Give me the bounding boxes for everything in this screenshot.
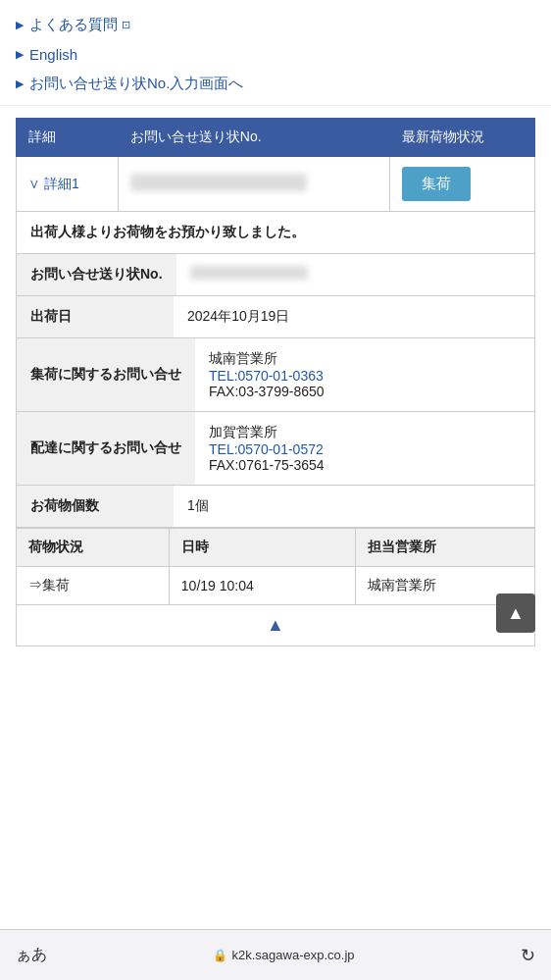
arrow-icon: ▶ <box>16 19 24 31</box>
pickup-fax: FAX:03-3799-8650 <box>209 384 521 399</box>
aa-text: ぁあ <box>16 945 47 965</box>
collapse-row[interactable]: ▲ <box>16 605 535 646</box>
info-row-tracking-no: お問い合せ送り状No. <box>17 254 534 296</box>
info-section: 出荷人様よりお荷物をお預かり致しました。 お問い合せ送り状No. 出荷日 202… <box>16 212 535 528</box>
table-row: ∨ 詳細1 集荷 <box>17 157 535 212</box>
value-tracking-no <box>176 254 534 295</box>
nav-label-tracking: お問い合せ送り状No.入力画面へ <box>29 75 243 93</box>
col-header-tracking-no: お問い合せ送り状No. <box>118 119 390 157</box>
value-shipdate: 2024年10月19日 <box>174 296 534 337</box>
label-tracking-no: お問い合せ送り状No. <box>17 254 176 295</box>
value-pickup-contact: 城南営業所 TEL:0570-01-0363 FAX:03-3799-8650 <box>195 338 534 411</box>
status-history-table: 荷物状況 日時 担当営業所 ⇒集荷 10/19 10:04 城南営業所 <box>16 528 535 605</box>
nav-label-english: English <box>29 46 77 63</box>
nav-item-faq[interactable]: ▶ よくある質問 ⊡ <box>16 10 535 40</box>
reload-button[interactable]: ↻ <box>521 945 535 966</box>
pickup-tel-link[interactable]: TEL:0570-01-0363 <box>209 368 324 384</box>
tracking-number-cell <box>118 157 390 212</box>
label-package-count: お荷物個数 <box>17 486 174 527</box>
col-header-status: 最新荷物状況 <box>390 119 535 157</box>
value-delivery-contact: 加賀営業所 TEL:0570-01-0572 FAX:0761-75-3654 <box>195 412 534 485</box>
nav-item-english[interactable]: ▶ English <box>16 40 535 69</box>
tracking-number <box>130 174 307 191</box>
value-package-count: 1個 <box>174 486 534 527</box>
info-message: 出荷人様よりお荷物をお預かり致しました。 <box>17 212 534 254</box>
detail-expand-cell[interactable]: ∨ 詳細1 <box>17 157 119 212</box>
collapse-button[interactable]: ▲ <box>267 615 284 636</box>
delivery-office: 加賀営業所 <box>209 424 521 441</box>
nav-item-tracking-input[interactable]: ▶ お問い合せ送り状No.入力画面へ <box>16 69 535 99</box>
detail-expand-label: ∨ 詳細1 <box>28 176 79 191</box>
info-row-shipdate: 出荷日 2024年10月19日 <box>17 296 534 338</box>
url-bar: 🔒 k2k.sagawa-exp.co.jp <box>213 948 354 962</box>
scroll-top-button[interactable]: ▲ <box>496 593 535 633</box>
pickup-office: 城南営業所 <box>209 350 521 368</box>
delivery-tel[interactable]: TEL:0570-01-0572 <box>209 441 521 457</box>
datetime-col-header: 日時 <box>169 529 355 567</box>
arrow-icon-en: ▶ <box>16 48 24 61</box>
browser-bar: ぁあ 🔒 k2k.sagawa-exp.co.jp ↻ <box>0 929 551 980</box>
blurred-tracking-no <box>190 266 308 280</box>
datetime-value: 10/19 10:04 <box>169 567 355 605</box>
label-pickup-contact: 集荷に関するお問い合せ <box>17 338 195 411</box>
status-cell: 集荷 <box>390 157 535 212</box>
url-text: k2k.sagawa-exp.co.jp <box>231 948 354 962</box>
ext-icon-faq: ⊡ <box>122 19 130 31</box>
office-col-header: 担当営業所 <box>356 529 535 567</box>
arrow-icon-track: ▶ <box>16 77 24 90</box>
info-row-delivery-contact: 配達に関するお問い合せ 加賀営業所 TEL:0570-01-0572 FAX:0… <box>17 412 534 486</box>
delivery-fax: FAX:0761-75-3654 <box>209 457 521 473</box>
status-row: ⇒集荷 10/19 10:04 城南営業所 <box>17 567 535 605</box>
status-value: ⇒集荷 <box>17 567 170 605</box>
label-shipdate: 出荷日 <box>17 296 174 337</box>
main-content: 詳細 お問い合せ送り状No. 最新荷物状況 ∨ 詳細1 <box>0 106 551 662</box>
nav-label-faq: よくある質問 <box>29 16 118 34</box>
lock-icon: 🔒 <box>213 949 227 962</box>
delivery-tel-link[interactable]: TEL:0570-01-0572 <box>209 441 324 457</box>
info-row-pickup-contact: 集荷に関するお問い合せ 城南営業所 TEL:0570-01-0363 FAX:0… <box>17 338 534 412</box>
status-col-header: 荷物状況 <box>17 529 170 567</box>
tracking-table: 詳細 お問い合せ送り状No. 最新荷物状況 ∨ 詳細1 <box>16 118 535 212</box>
col-header-detail: 詳細 <box>17 119 119 157</box>
info-row-package-count: お荷物個数 1個 <box>17 486 534 527</box>
status-badge: 集荷 <box>402 167 471 201</box>
pickup-tel[interactable]: TEL:0570-01-0363 <box>209 368 521 384</box>
top-nav: ▶ よくある質問 ⊡ ▶ English ▶ お問い合せ送り状No.入力画面へ <box>0 0 551 106</box>
label-delivery-contact: 配達に関するお問い合せ <box>17 412 195 485</box>
